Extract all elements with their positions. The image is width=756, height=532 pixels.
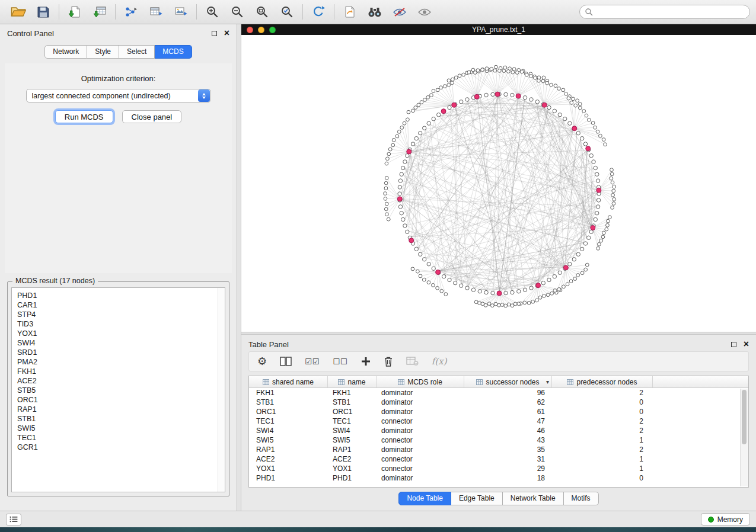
zoom-fit-button[interactable] (250, 2, 275, 21)
mcds-node-item[interactable]: TEC1 (17, 433, 216, 443)
cell-shared-name[interactable]: FKH1 (249, 389, 328, 397)
deselect-all-button[interactable]: ☐☐ (333, 357, 347, 366)
open-session-button[interactable] (6, 2, 31, 21)
zoom-out-button[interactable] (225, 2, 250, 21)
show-all-button[interactable] (412, 2, 437, 21)
tab-network[interactable]: Network (44, 45, 87, 59)
cell-successor-nodes[interactable]: 35 (464, 446, 552, 454)
tab-select[interactable]: Select (119, 45, 155, 59)
add-column-button[interactable] (361, 357, 371, 366)
network-canvas[interactable] (241, 35, 756, 332)
float-panel-icon[interactable] (212, 31, 217, 36)
table-row[interactable]: FKH1FKH1dominator962 (249, 388, 748, 398)
cell-mcds-role[interactable]: connector (377, 464, 464, 473)
tab-motifs[interactable]: Motifs (564, 492, 599, 505)
column-header-shared-name[interactable]: shared name (249, 376, 328, 387)
find-network-button[interactable] (362, 2, 387, 21)
mcds-node-item[interactable]: ACE2 (17, 376, 216, 386)
cell-predecessor-nodes[interactable]: 0 (552, 408, 653, 416)
table-body[interactable]: FKH1FKH1dominator962STB1STB1dominator620… (249, 388, 748, 487)
table-row[interactable]: RAP1RAP1dominator352 (249, 445, 748, 454)
table-row[interactable]: ORC1ORC1dominator610 (249, 407, 748, 416)
network-graph[interactable] (241, 35, 756, 332)
cell-shared-name[interactable]: STB1 (249, 398, 328, 406)
close-panel-button[interactable]: Close panel (122, 110, 182, 123)
memory-button[interactable]: Memory (701, 513, 750, 525)
cell-mcds-role[interactable]: dominator (377, 446, 464, 454)
cell-predecessor-nodes[interactable]: 2 (552, 427, 653, 435)
window-minimize-traffic-light[interactable] (258, 27, 264, 33)
table-row[interactable]: STB1STB1dominator620 (249, 398, 748, 407)
cell-successor-nodes[interactable]: 29 (464, 464, 552, 473)
tab-mcds[interactable]: MCDS (155, 45, 192, 59)
import-table-button[interactable] (87, 2, 112, 21)
mcds-node-item[interactable]: YOX1 (17, 329, 216, 338)
hide-selected-button[interactable] (387, 2, 412, 21)
export-image-button[interactable] (168, 2, 193, 21)
mcds-node-item[interactable]: SWI5 (17, 424, 216, 433)
cell-mcds-role[interactable]: dominator (377, 474, 464, 482)
table-scrollbar[interactable] (740, 389, 748, 486)
select-all-button[interactable]: ☑☑ (305, 357, 320, 366)
close-panel-icon[interactable]: × (224, 30, 229, 37)
cell-shared-name[interactable]: SWI4 (249, 427, 328, 435)
cell-shared-name[interactable]: ORC1 (249, 408, 328, 416)
cell-successor-nodes[interactable]: 31 (464, 455, 552, 463)
window-close-traffic-light[interactable] (247, 27, 253, 33)
cell-successor-nodes[interactable]: 46 (464, 427, 552, 435)
cell-successor-nodes[interactable]: 47 (464, 417, 552, 425)
zoom-selected-button[interactable] (275, 2, 299, 21)
tab-network-table[interactable]: Network Table (503, 492, 564, 505)
mcds-node-item[interactable]: PHD1 (17, 291, 216, 300)
table-row[interactable]: SWI5SWI5connector431 (249, 435, 748, 445)
column-header-mcds-role[interactable]: MCDS role (377, 376, 464, 387)
cell-successor-nodes[interactable]: 96 (464, 389, 552, 397)
cell-successor-nodes[interactable]: 62 (464, 398, 552, 406)
window-zoom-traffic-light[interactable] (269, 27, 276, 33)
import-network-button[interactable] (62, 2, 87, 21)
mcds-node-item[interactable]: SWI4 (17, 338, 216, 348)
mcds-node-item[interactable]: RAP1 (17, 405, 216, 414)
mcds-node-item[interactable]: CAR1 (17, 300, 216, 310)
cell-name[interactable]: SWI5 (328, 436, 377, 444)
network-window-titlebar[interactable]: YPA_prune.txt_1 (241, 24, 756, 35)
cell-predecessor-nodes[interactable]: 1 (552, 455, 653, 463)
export-document-button[interactable] (337, 2, 362, 21)
mcds-node-item[interactable]: PMA2 (17, 357, 216, 367)
mcds-result-list[interactable]: PHD1CAR1STP4TID3YOX1SWI4SRD1PMA2FKH1ACE2… (11, 287, 225, 492)
cell-name[interactable]: FKH1 (328, 389, 377, 397)
column-sort-caret[interactable]: ▾ (546, 379, 549, 385)
table-row[interactable]: ACE2ACE2connector311 (249, 454, 748, 464)
cell-mcds-role[interactable]: connector (377, 417, 464, 425)
cell-shared-name[interactable]: SWI5 (249, 436, 328, 444)
delete-column-button[interactable] (384, 356, 393, 367)
run-mcds-button[interactable]: Run MCDS (55, 110, 113, 123)
column-header-predecessor-nodes[interactable]: predecessor nodes (552, 376, 653, 387)
cell-name[interactable]: ACE2 (328, 455, 377, 463)
tab-node-table[interactable]: Node Table (398, 492, 451, 505)
cell-predecessor-nodes[interactable]: 2 (552, 389, 653, 397)
column-header-successor-nodes[interactable]: successor nodes▾ (464, 376, 552, 387)
mcds-node-item[interactable]: STB5 (17, 386, 216, 395)
cell-predecessor-nodes[interactable]: 0 (552, 474, 653, 482)
zoom-in-button[interactable] (200, 2, 225, 21)
table-row[interactable]: YOX1YOX1connector291 (249, 464, 748, 473)
cell-shared-name[interactable]: TEC1 (249, 417, 328, 425)
search-input[interactable] (596, 7, 745, 17)
cell-name[interactable]: ORC1 (328, 408, 377, 416)
cell-mcds-role[interactable]: dominator (377, 408, 464, 416)
cell-mcds-role[interactable]: connector (377, 436, 464, 444)
show-columns-button[interactable] (280, 357, 292, 366)
cell-successor-nodes[interactable]: 18 (464, 474, 552, 482)
cell-shared-name[interactable]: PHD1 (249, 474, 328, 482)
table-row[interactable]: TEC1TEC1connector472 (249, 416, 748, 426)
cell-successor-nodes[interactable]: 61 (464, 408, 552, 416)
column-header-name[interactable]: name (328, 376, 377, 387)
export-network-button[interactable] (119, 2, 143, 21)
apply-layout-button[interactable] (306, 2, 331, 21)
tab-edge-table[interactable]: Edge Table (451, 492, 503, 505)
mcds-node-item[interactable]: ORC1 (17, 395, 216, 405)
table-scrollbar-thumb[interactable] (742, 390, 747, 444)
mcds-node-item[interactable]: FKH1 (17, 367, 216, 376)
cell-predecessor-nodes[interactable]: 1 (552, 436, 653, 444)
